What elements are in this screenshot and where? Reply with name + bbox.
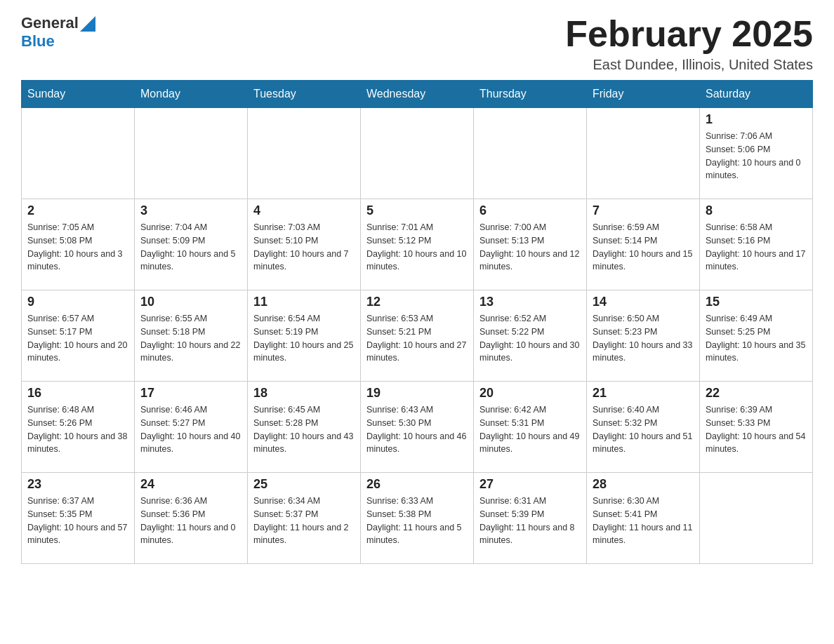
calendar-table: SundayMondayTuesdayWednesdayThursdayFrid… — [21, 80, 813, 564]
calendar-day-cell: 25Sunrise: 6:34 AM Sunset: 5:37 PM Dayli… — [248, 473, 361, 564]
day-number: 11 — [253, 295, 355, 309]
day-number: 28 — [593, 477, 694, 492]
calendar-day-cell — [587, 108, 700, 199]
calendar-week-row: 1Sunrise: 7:06 AM Sunset: 5:06 PM Daylig… — [22, 108, 813, 199]
day-info: Sunrise: 6:33 AM Sunset: 5:38 PM Dayligh… — [366, 495, 468, 547]
logo-general-text: General — [21, 14, 79, 32]
day-number: 25 — [253, 477, 355, 492]
day-of-week-header: Monday — [135, 81, 248, 108]
day-number: 26 — [366, 477, 468, 492]
day-number: 19 — [366, 386, 468, 401]
calendar-day-cell — [248, 108, 361, 199]
day-number: 24 — [140, 477, 241, 492]
calendar-day-cell: 8Sunrise: 6:58 AM Sunset: 5:16 PM Daylig… — [700, 199, 813, 290]
calendar-day-cell — [361, 108, 474, 199]
day-info: Sunrise: 6:39 AM Sunset: 5:33 PM Dayligh… — [706, 403, 807, 456]
day-info: Sunrise: 6:54 AM Sunset: 5:19 PM Dayligh… — [253, 312, 355, 365]
day-number: 3 — [140, 203, 241, 218]
logo-triangle-icon — [80, 16, 95, 32]
calendar-day-cell: 28Sunrise: 6:30 AM Sunset: 5:41 PM Dayli… — [587, 473, 700, 564]
calendar-day-cell: 9Sunrise: 6:57 AM Sunset: 5:17 PM Daylig… — [22, 290, 135, 382]
calendar-day-cell: 12Sunrise: 6:53 AM Sunset: 5:21 PM Dayli… — [361, 290, 474, 382]
logo-blue-text: Blue — [21, 32, 55, 50]
day-number: 13 — [479, 295, 581, 309]
day-of-week-header: Saturday — [700, 81, 813, 108]
calendar-day-cell: 5Sunrise: 7:01 AM Sunset: 5:12 PM Daylig… — [361, 199, 474, 290]
calendar-day-cell: 13Sunrise: 6:52 AM Sunset: 5:22 PM Dayli… — [474, 290, 587, 382]
calendar-header-row: SundayMondayTuesdayWednesdayThursdayFrid… — [22, 81, 813, 108]
month-title: February 2025 — [565, 14, 813, 54]
calendar-day-cell — [22, 108, 135, 199]
day-info: Sunrise: 6:43 AM Sunset: 5:30 PM Dayligh… — [366, 403, 468, 456]
day-number: 7 — [593, 203, 694, 218]
day-of-week-header: Friday — [587, 81, 700, 108]
svg-marker-0 — [80, 16, 95, 32]
day-info: Sunrise: 6:49 AM Sunset: 5:25 PM Dayligh… — [706, 312, 807, 365]
day-info: Sunrise: 6:36 AM Sunset: 5:36 PM Dayligh… — [140, 495, 241, 547]
day-number: 18 — [253, 386, 355, 401]
calendar-day-cell: 27Sunrise: 6:31 AM Sunset: 5:39 PM Dayli… — [474, 473, 587, 564]
day-number: 17 — [140, 386, 241, 401]
calendar-day-cell: 26Sunrise: 6:33 AM Sunset: 5:38 PM Dayli… — [361, 473, 474, 564]
day-of-week-header: Wednesday — [361, 81, 474, 108]
day-info: Sunrise: 6:53 AM Sunset: 5:21 PM Dayligh… — [366, 312, 468, 365]
day-number: 1 — [706, 112, 807, 127]
calendar-day-cell: 11Sunrise: 6:54 AM Sunset: 5:19 PM Dayli… — [248, 290, 361, 382]
day-number: 14 — [593, 295, 694, 309]
day-number: 12 — [366, 295, 468, 309]
calendar-day-cell: 22Sunrise: 6:39 AM Sunset: 5:33 PM Dayli… — [700, 382, 813, 473]
day-number: 22 — [706, 386, 807, 401]
day-of-week-header: Tuesday — [248, 81, 361, 108]
calendar-day-cell: 7Sunrise: 6:59 AM Sunset: 5:14 PM Daylig… — [587, 199, 700, 290]
calendar-day-cell: 21Sunrise: 6:40 AM Sunset: 5:32 PM Dayli… — [587, 382, 700, 473]
day-info: Sunrise: 7:01 AM Sunset: 5:12 PM Dayligh… — [366, 221, 468, 274]
day-number: 2 — [27, 203, 128, 218]
day-info: Sunrise: 6:58 AM Sunset: 5:16 PM Dayligh… — [706, 221, 807, 274]
day-info: Sunrise: 6:46 AM Sunset: 5:27 PM Dayligh… — [140, 403, 241, 456]
day-number: 16 — [27, 386, 128, 401]
day-info: Sunrise: 6:40 AM Sunset: 5:32 PM Dayligh… — [593, 403, 694, 456]
calendar-day-cell — [700, 473, 813, 564]
logo: General Blue — [21, 14, 95, 51]
day-info: Sunrise: 6:52 AM Sunset: 5:22 PM Dayligh… — [479, 312, 581, 365]
day-info: Sunrise: 6:42 AM Sunset: 5:31 PM Dayligh… — [479, 403, 581, 456]
day-info: Sunrise: 6:31 AM Sunset: 5:39 PM Dayligh… — [479, 495, 581, 547]
calendar-day-cell: 23Sunrise: 6:37 AM Sunset: 5:35 PM Dayli… — [22, 473, 135, 564]
calendar-day-cell: 4Sunrise: 7:03 AM Sunset: 5:10 PM Daylig… — [248, 199, 361, 290]
calendar-week-row: 23Sunrise: 6:37 AM Sunset: 5:35 PM Dayli… — [22, 473, 813, 564]
day-info: Sunrise: 6:45 AM Sunset: 5:28 PM Dayligh… — [253, 403, 355, 456]
calendar-day-cell — [474, 108, 587, 199]
day-number: 23 — [27, 477, 128, 492]
day-info: Sunrise: 6:59 AM Sunset: 5:14 PM Dayligh… — [593, 221, 694, 274]
day-info: Sunrise: 7:03 AM Sunset: 5:10 PM Dayligh… — [253, 221, 355, 274]
day-number: 20 — [479, 386, 581, 401]
calendar-day-cell: 18Sunrise: 6:45 AM Sunset: 5:28 PM Dayli… — [248, 382, 361, 473]
day-info: Sunrise: 6:37 AM Sunset: 5:35 PM Dayligh… — [27, 495, 128, 547]
day-number: 4 — [253, 203, 355, 218]
day-number: 15 — [706, 295, 807, 309]
calendar-day-cell — [135, 108, 248, 199]
day-info: Sunrise: 7:00 AM Sunset: 5:13 PM Dayligh… — [479, 221, 581, 274]
calendar-day-cell: 3Sunrise: 7:04 AM Sunset: 5:09 PM Daylig… — [135, 199, 248, 290]
calendar-day-cell: 19Sunrise: 6:43 AM Sunset: 5:30 PM Dayli… — [361, 382, 474, 473]
day-info: Sunrise: 6:50 AM Sunset: 5:23 PM Dayligh… — [593, 312, 694, 365]
title-section: February 2025 East Dundee, Illinois, Uni… — [565, 14, 813, 73]
day-of-week-header: Sunday — [22, 81, 135, 108]
day-of-week-header: Thursday — [474, 81, 587, 108]
calendar-day-cell: 2Sunrise: 7:05 AM Sunset: 5:08 PM Daylig… — [22, 199, 135, 290]
calendar-day-cell: 24Sunrise: 6:36 AM Sunset: 5:36 PM Dayli… — [135, 473, 248, 564]
calendar-day-cell: 15Sunrise: 6:49 AM Sunset: 5:25 PM Dayli… — [700, 290, 813, 382]
calendar-week-row: 2Sunrise: 7:05 AM Sunset: 5:08 PM Daylig… — [22, 199, 813, 290]
day-info: Sunrise: 6:57 AM Sunset: 5:17 PM Dayligh… — [27, 312, 128, 365]
calendar-day-cell: 14Sunrise: 6:50 AM Sunset: 5:23 PM Dayli… — [587, 290, 700, 382]
day-info: Sunrise: 6:34 AM Sunset: 5:37 PM Dayligh… — [253, 495, 355, 547]
calendar-day-cell: 6Sunrise: 7:00 AM Sunset: 5:13 PM Daylig… — [474, 199, 587, 290]
calendar-week-row: 9Sunrise: 6:57 AM Sunset: 5:17 PM Daylig… — [22, 290, 813, 382]
day-number: 10 — [140, 295, 241, 309]
calendar-day-cell: 17Sunrise: 6:46 AM Sunset: 5:27 PM Dayli… — [135, 382, 248, 473]
location-subtitle: East Dundee, Illinois, United States — [565, 57, 813, 73]
calendar-day-cell: 20Sunrise: 6:42 AM Sunset: 5:31 PM Dayli… — [474, 382, 587, 473]
day-info: Sunrise: 7:05 AM Sunset: 5:08 PM Dayligh… — [27, 221, 128, 274]
calendar-week-row: 16Sunrise: 6:48 AM Sunset: 5:26 PM Dayli… — [22, 382, 813, 473]
day-number: 27 — [479, 477, 581, 492]
